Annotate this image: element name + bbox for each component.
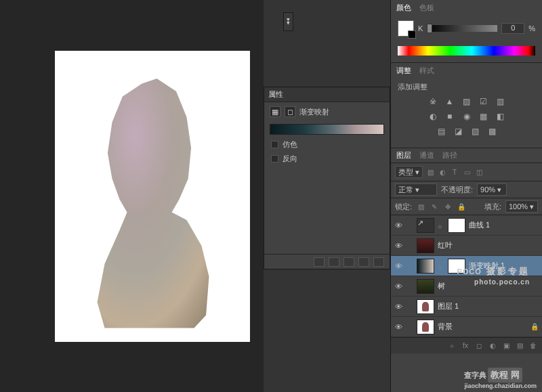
link-layers-icon[interactable]: ⟐ <box>447 341 457 351</box>
layer-name[interactable]: 红叶 <box>438 240 539 251</box>
gradient-map-preset-icon[interactable]: ▩ <box>486 126 497 137</box>
adjustment-type-label: 渐变映射 <box>299 107 329 117</box>
filter-pixel-icon[interactable]: ▧ <box>425 167 435 177</box>
reverse-row[interactable]: 反向 <box>264 152 390 166</box>
blend-mode-dropdown[interactable]: 正常 ▾ <box>395 183 437 196</box>
layer-thumb[interactable] <box>417 320 434 334</box>
vibrance-icon[interactable]: ▥ <box>495 96 506 107</box>
new-adjustment-icon[interactable]: ◐ <box>488 341 497 351</box>
layers-tabs: 图层 通道 路径 <box>391 148 542 163</box>
lock-position-icon[interactable]: ✥ <box>443 202 453 211</box>
blend-mode-value: 正常 <box>398 185 413 195</box>
watermark-czd-text: 查字典 <box>464 371 486 379</box>
lock-fill-row: 锁定: ▨ ✎ ✥ 🔒 填充: 100% ▾ <box>391 198 542 215</box>
color-panel: 颜色 色板 K 0 % <box>391 0 542 63</box>
dither-checkbox[interactable] <box>271 141 278 148</box>
view-previous-icon[interactable] <box>329 257 339 267</box>
add-mask-icon[interactable]: ◻ <box>474 341 484 351</box>
mask-link-icon[interactable]: ⟐ <box>438 222 444 229</box>
properties-panel: 属性 ▦ ◻ 渐变映射 仿色 反向 <box>264 87 390 269</box>
filter-kind-dropdown[interactable]: 类型 ▾ <box>395 166 423 178</box>
posterize-icon[interactable]: ◪ <box>453 126 463 137</box>
panel-collapse-button[interactable]: ▸▸ <box>283 12 293 31</box>
layer-row[interactable]: 👁 背景 🔒 <box>391 317 542 337</box>
color-balance-icon[interactable]: ■ <box>444 111 455 122</box>
curves-icon[interactable]: ▨ <box>461 96 472 107</box>
dither-row[interactable]: 仿色 <box>264 137 390 152</box>
curves-thumb[interactable]: ↗ <box>417 218 434 233</box>
delete-adjustment-icon[interactable] <box>373 257 384 267</box>
channel-mixer-icon[interactable]: ◧ <box>495 111 506 122</box>
visibility-icon[interactable]: 👁 <box>394 282 403 291</box>
layer-name[interactable]: 背景 <box>438 322 526 332</box>
layer-mask-icon[interactable]: ◻ <box>285 106 295 117</box>
clip-to-layer-icon[interactable] <box>314 257 325 267</box>
watermark-poco: POCO 摄影专题 photo.poco.cn <box>457 261 530 286</box>
hue-icon[interactable]: ◐ <box>428 111 438 122</box>
chevron-down-icon: ▾ <box>497 186 501 194</box>
chevron-down-icon: ▾ <box>530 202 534 211</box>
color-mode-label: K <box>418 24 423 32</box>
layer-thumb[interactable] <box>417 238 434 253</box>
watermark-poco-sub: 摄影专题 <box>486 266 530 276</box>
delete-layer-icon[interactable]: 🗑 <box>528 341 538 351</box>
visibility-icon[interactable]: 👁 <box>394 241 403 251</box>
layer-style-icon[interactable]: fx <box>461 341 470 351</box>
threshold-icon[interactable]: ▧ <box>470 126 480 137</box>
layer-thumb[interactable] <box>417 279 434 294</box>
toggle-visibility-icon[interactable] <box>358 257 369 267</box>
layer-row[interactable]: 👁 图层 1 <box>391 297 542 317</box>
filter-smart-icon[interactable]: ◫ <box>474 167 484 177</box>
gradient-map-thumb[interactable] <box>417 259 434 274</box>
filter-type-icon[interactable]: T <box>450 167 459 177</box>
k-value-field[interactable]: 0 <box>501 23 524 34</box>
slider-thumb[interactable] <box>427 24 432 33</box>
lock-all-icon[interactable]: 🔒 <box>457 202 466 211</box>
reverse-checkbox[interactable] <box>271 155 278 162</box>
tab-adjustments[interactable]: 调整 <box>396 66 411 76</box>
filter-adjust-icon[interactable]: ◐ <box>438 167 447 177</box>
layer-row[interactable]: 👁 ↗ ⟐ 曲线 1 <box>391 215 542 236</box>
lock-pixels-icon[interactable]: ✎ <box>430 202 439 211</box>
visibility-icon[interactable]: 👁 <box>394 261 403 271</box>
tab-swatches[interactable]: 色板 <box>419 3 434 13</box>
background-swatch[interactable] <box>408 30 416 39</box>
lock-transparency-icon[interactable]: ▨ <box>416 202 425 211</box>
foreground-swatch[interactable] <box>398 20 414 37</box>
fill-field[interactable]: 100% ▾ <box>505 200 538 213</box>
visibility-icon[interactable]: 👁 <box>394 322 403 332</box>
visibility-icon[interactable]: 👁 <box>394 221 403 230</box>
levels-icon[interactable]: ▲ <box>444 96 455 107</box>
watermark-czd-url: jiaocheng.chazidian.com <box>464 383 537 389</box>
tab-channels[interactable]: 通道 <box>419 150 434 160</box>
adjustments-panel: 调整 样式 添加调整 ※ ▲ ▨ ☑ ▥ ◐ ■ ◉ ▦ ◧ ▤ ◪ ▧ <box>391 63 542 148</box>
tab-color[interactable]: 颜色 <box>396 3 411 13</box>
new-group-icon[interactable]: ▣ <box>501 341 511 351</box>
layer-name[interactable]: 曲线 1 <box>469 220 539 230</box>
photo-filter-icon[interactable]: ▦ <box>478 111 489 122</box>
invert-icon[interactable]: ▤ <box>436 126 446 137</box>
visibility-icon[interactable]: 👁 <box>394 302 403 311</box>
bw-icon[interactable]: ◉ <box>461 111 472 122</box>
gradient-preview[interactable] <box>270 124 384 135</box>
color-body: K 0 % <box>391 15 542 42</box>
mask-thumb[interactable] <box>448 218 465 233</box>
properties-title: 属性 <box>268 89 283 100</box>
color-spectrum[interactable] <box>398 46 535 56</box>
layer-name[interactable]: 图层 1 <box>438 301 539 311</box>
k-slider[interactable] <box>427 25 497 32</box>
layer-thumb[interactable] <box>417 299 434 314</box>
brightness-icon[interactable]: ※ <box>428 96 438 107</box>
exposure-icon[interactable]: ☑ <box>478 96 489 107</box>
reset-icon[interactable] <box>343 257 354 267</box>
new-layer-icon[interactable]: ▤ <box>515 341 524 351</box>
filter-shape-icon[interactable]: ▭ <box>462 167 472 177</box>
layer-row[interactable]: 👁 红叶 <box>391 236 542 256</box>
tab-styles[interactable]: 样式 <box>419 66 434 76</box>
canvas-area <box>0 0 264 392</box>
mask-link-icon[interactable]: ⟐ <box>438 263 444 269</box>
tab-layers[interactable]: 图层 <box>396 150 411 160</box>
opacity-field[interactable]: 90% ▾ <box>477 183 507 196</box>
tab-paths[interactable]: 路径 <box>442 150 457 160</box>
artboard[interactable] <box>55 51 250 342</box>
